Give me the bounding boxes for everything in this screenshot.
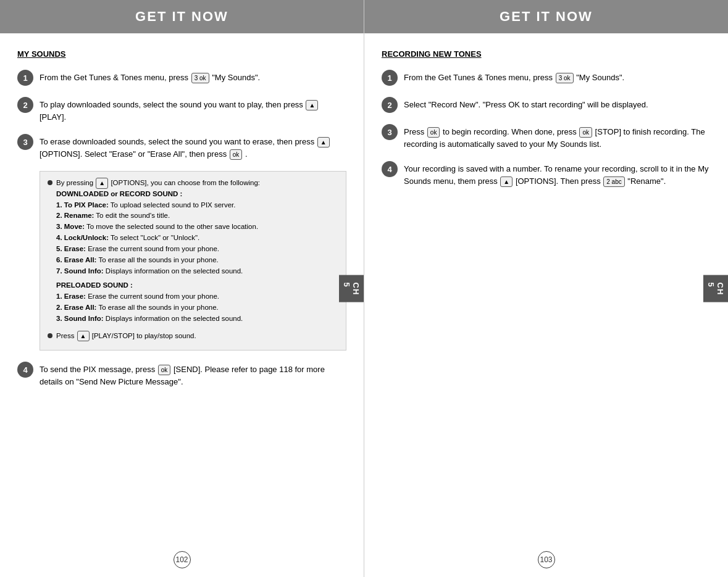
step-num-2: 2	[17, 97, 33, 113]
step-num-1: 1	[17, 70, 33, 86]
right-step-1: 1 From the Get Tunes & Tones menu, press…	[382, 70, 711, 86]
left-step-3: 3 To erase downloaded sounds, select the…	[17, 134, 346, 160]
info-box: By pressing ▲ [OPTIONS], you can choose …	[40, 171, 346, 351]
item-6-desc: To erase all the sounds in your phone.	[98, 256, 218, 264]
pre-item-3-label: 3. Sound Info:	[56, 315, 104, 322]
pre-item-3-desc: Displays information on the selected sou…	[106, 315, 243, 322]
right-header: GET IT NOW	[364, 0, 728, 33]
right-step-text-1: From the Get Tunes & Tones menu, press 3…	[404, 70, 624, 84]
right-step-text-3: Press ok to begin recording. When done, …	[404, 124, 711, 150]
right-step-text-4: Your recording is saved with a number. T…	[404, 161, 711, 187]
right-btn-ok-2: ok	[579, 127, 592, 138]
pre-item-2-desc: To erase all the sounds in your phone.	[98, 304, 218, 311]
left-step-1: 1 From the Get Tunes & Tones menu, press…	[17, 70, 346, 86]
right-btn-3ok: 3 ok	[556, 73, 574, 83]
item-2-label: 2. Rename:	[56, 212, 94, 219]
btn-send: ok	[158, 365, 171, 375]
bullet-dot-1	[48, 180, 52, 185]
info-bullet-1: By pressing ▲ [OPTIONS], you can choose …	[48, 178, 338, 328]
left-chapter-label: CH5	[342, 282, 361, 295]
btn-play: ▲	[306, 100, 318, 110]
left-page-number: 102	[174, 551, 191, 568]
left-header: GET IT NOW	[0, 0, 364, 33]
left-step-2: 2 To play downloaded sounds, select the …	[17, 97, 346, 123]
right-page: GET IT NOW RECORDING NEW TONES 1 From th…	[364, 0, 728, 577]
left-step-4: 4 To send the PIX message, press ok [SEN…	[17, 362, 346, 388]
right-btn-2abc: 2 abc	[603, 176, 624, 187]
downloaded-section: DOWNLOADED or RECORD SOUND : 1. To PIX P…	[56, 189, 260, 277]
downloaded-heading: DOWNLOADED or RECORD SOUND :	[56, 190, 182, 197]
info-bullet-2-text: Press ▲ [PLAY/STOP] to play/stop sound.	[56, 331, 196, 342]
right-step-3: 3 Press ok to begin recording. When done…	[382, 124, 711, 150]
item-5-desc: Erase the current sound from your phone.	[88, 245, 219, 252]
btn-playstop: ▲	[77, 331, 90, 342]
step-text-3: To erase downloaded sounds, select the s…	[40, 134, 346, 160]
right-content: RECORDING NEW TONES 1 From the Get Tunes…	[364, 33, 728, 209]
item-6-label: 6. Erase All:	[56, 256, 96, 264]
btn-ok-1: ok	[230, 149, 243, 160]
bullet-dot-2	[48, 333, 52, 338]
btn-3ok-1: 3 ok	[191, 73, 209, 83]
info-bullet-2: Press ▲ [PLAY/STOP] to play/stop sound.	[48, 331, 338, 342]
right-step-text-2: Select "Record New". "Press OK to start …	[404, 97, 648, 111]
item-4-desc: To select "Lock" or "Unlock".	[111, 234, 199, 241]
item-3-desc: To move the selected sound to the other …	[86, 223, 258, 230]
step-text-2: To play downloaded sounds, select the so…	[40, 97, 346, 123]
right-step-num-4: 4	[382, 161, 398, 177]
item-4-label: 4. Lock/Unlock:	[56, 234, 109, 241]
right-step-2: 2 Select "Record New". "Press OK to star…	[382, 97, 711, 113]
step-text-4: To send the PIX message, press ok [SEND]…	[40, 362, 346, 388]
right-btn-options: ▲	[500, 176, 513, 187]
info-bullet-1-text: By pressing ▲ [OPTIONS], you can choose …	[56, 178, 260, 328]
item-5-label: 5. Erase:	[56, 245, 86, 252]
preloaded-section: PRELOADED SOUND : 1. Erase: Erase the cu…	[56, 280, 260, 324]
right-btn-ok-1: ok	[427, 127, 440, 138]
right-step-4: 4 Your recording is saved with a number.…	[382, 161, 711, 187]
left-header-title: GET IT NOW	[0, 9, 364, 25]
item-7-label: 7. Sound Info:	[56, 267, 104, 275]
pre-item-1-label: 1. Erase:	[56, 293, 86, 300]
right-chapter-label: CH5	[706, 282, 725, 295]
by-pressing-text: By pressing	[56, 179, 95, 186]
right-page-number: 103	[538, 551, 555, 568]
left-chapter-tab: CH5	[339, 275, 364, 302]
pre-item-2-label: 2. Erase All:	[56, 304, 96, 311]
options-label: [OPTIONS], you can choose from the follo…	[109, 179, 260, 186]
step-num-4: 4	[17, 362, 33, 378]
step-num-3: 3	[17, 134, 33, 150]
right-header-title: GET IT NOW	[364, 9, 728, 25]
item-1-label: 1. To PIX Place:	[56, 201, 109, 209]
right-chapter-tab: CH5	[703, 275, 728, 302]
right-step-num-1: 1	[382, 70, 398, 86]
left-section-title: MY SOUNDS	[17, 49, 346, 59]
btn-options-info: ▲	[96, 178, 108, 189]
right-step-num-3: 3	[382, 124, 398, 140]
pre-item-1-desc: Erase the current sound from your phone.	[88, 293, 219, 300]
right-section-title: RECORDING NEW TONES	[382, 49, 711, 59]
item-7-desc: Displays information on the selected sou…	[106, 267, 243, 275]
preloaded-heading: PRELOADED SOUND :	[56, 281, 133, 289]
item-1-desc: To upload selected sound to PIX server.	[111, 201, 236, 209]
left-content: MY SOUNDS 1 From the Get Tunes & Tones m…	[0, 33, 364, 410]
step-text-1: From the Get Tunes & Tones menu, press 3…	[40, 70, 260, 84]
left-page: GET IT NOW MY SOUNDS 1 From the Get Tune…	[0, 0, 364, 577]
item-3-label: 3. Move:	[56, 223, 85, 230]
right-step-num-2: 2	[382, 97, 398, 113]
item-2-desc: To edit the sound's title.	[96, 212, 170, 219]
btn-options-1: ▲	[317, 137, 330, 147]
